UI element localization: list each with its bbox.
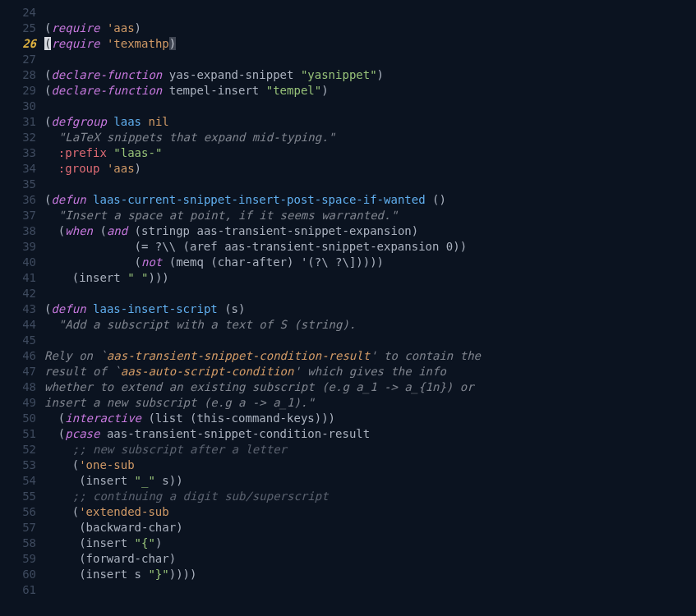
code-line[interactable]: 32 "LaTeX snippets that expand mid-typin…: [0, 130, 696, 145]
code-line[interactable]: 55 ;; continuing a digit sub/superscript: [0, 489, 696, 504]
line-number: 36: [0, 192, 44, 208]
code-line[interactable]: 43(defun laas-insert-script (s): [0, 301, 696, 317]
code-line[interactable]: 28(declare-function yas-expand-snippet "…: [0, 67, 696, 83]
code-line[interactable]: 53 ('one-sub: [0, 457, 696, 473]
code-line[interactable]: 50 (interactive (list (this-command-keys…: [0, 411, 696, 426]
code-line[interactable]: 51 (pcase aas-transient-snippet-conditio…: [0, 426, 696, 442]
code-content[interactable]: [44, 582, 696, 598]
code-content[interactable]: (insert " "))): [44, 270, 696, 286]
line-number: 32: [0, 130, 44, 145]
line-number: 51: [0, 426, 44, 442]
line-number: 43: [0, 301, 44, 317]
code-content[interactable]: (backward-char): [44, 520, 696, 536]
line-number: 42: [0, 286, 44, 301]
code-content[interactable]: result of `aas-auto-script-condition' wh…: [44, 364, 696, 379]
code-content[interactable]: (pcase aas-transient-snippet-condition-r…: [44, 426, 696, 442]
code-content[interactable]: ;; continuing a digit sub/superscript: [44, 489, 696, 504]
code-line[interactable]: 54 (insert "_" s)): [0, 473, 696, 489]
code-line[interactable]: 27: [0, 52, 696, 67]
line-number: 53: [0, 457, 44, 473]
code-line[interactable]: 24: [0, 5, 696, 21]
code-content[interactable]: Rely on `aas-transient-snippet-condition…: [44, 348, 696, 364]
code-content[interactable]: [44, 99, 696, 114]
code-content[interactable]: (require 'aas): [44, 21, 696, 36]
code-content[interactable]: "Insert a space at point, if it seems wa…: [44, 208, 696, 223]
line-number: 26: [0, 36, 44, 52]
code-line[interactable]: 59 (forward-char): [0, 551, 696, 567]
code-content[interactable]: ('extended-sub: [44, 504, 696, 520]
code-content[interactable]: (interactive (list (this-command-keys))): [44, 411, 696, 426]
code-content[interactable]: whether to extend an existing subscript …: [44, 379, 696, 395]
code-content[interactable]: [44, 52, 696, 67]
code-content[interactable]: ('one-sub: [44, 457, 696, 473]
code-content[interactable]: [44, 333, 696, 348]
code-line[interactable]: 30: [0, 99, 696, 114]
line-number: 41: [0, 270, 44, 286]
code-line[interactable]: 47result of `aas-auto-script-condition' …: [0, 364, 696, 379]
code-content[interactable]: :group 'aas): [44, 161, 696, 177]
line-number: 31: [0, 114, 44, 130]
line-number: 28: [0, 67, 44, 83]
code-content[interactable]: (insert s "}")))): [44, 567, 696, 582]
line-number: 48: [0, 379, 44, 395]
code-line[interactable]: 45: [0, 333, 696, 348]
code-line[interactable]: 41 (insert " "))): [0, 270, 696, 286]
code-line[interactable]: 49insert a new subscript (e.g a -> a_1).…: [0, 395, 696, 411]
code-line[interactable]: 35: [0, 177, 696, 192]
code-line[interactable]: 29(declare-function tempel-insert "tempe…: [0, 83, 696, 99]
code-line[interactable]: 56 ('extended-sub: [0, 504, 696, 520]
code-line[interactable]: 40 (not (memq (char-after) '(?\ ?\])))): [0, 255, 696, 270]
code-content[interactable]: "LaTeX snippets that expand mid-typing.": [44, 130, 696, 145]
code-content[interactable]: (insert "{"): [44, 536, 696, 551]
code-content[interactable]: "Add a subscript with a text of S (strin…: [44, 317, 696, 333]
code-content[interactable]: (declare-function tempel-insert "tempel"…: [44, 83, 696, 99]
code-content[interactable]: (not (memq (char-after) '(?\ ?\])))): [44, 255, 696, 270]
code-line[interactable]: 38 (when (and (stringp aas-transient-sni…: [0, 223, 696, 239]
code-line[interactable]: 34 :group 'aas): [0, 161, 696, 177]
code-content[interactable]: (insert "_" s)): [44, 473, 696, 489]
code-line[interactable]: 48whether to extend an existing subscrip…: [0, 379, 696, 395]
code-line[interactable]: 31(defgroup laas nil: [0, 114, 696, 130]
code-content[interactable]: (defun laas-insert-script (s): [44, 301, 696, 317]
code-content[interactable]: (defgroup laas nil: [44, 114, 696, 130]
code-line[interactable]: 33 :prefix "laas-": [0, 145, 696, 161]
line-number: 47: [0, 364, 44, 379]
line-number: 30: [0, 99, 44, 114]
code-content[interactable]: (require 'texmathp): [44, 36, 696, 52]
code-line[interactable]: 39 (= ?\\ (aref aas-transient-snippet-ex…: [0, 239, 696, 255]
code-content[interactable]: (when (and (stringp aas-transient-snippe…: [44, 223, 696, 239]
line-number: 29: [0, 83, 44, 99]
code-line[interactable]: 42: [0, 286, 696, 301]
code-content[interactable]: :prefix "laas-": [44, 145, 696, 161]
line-number: 59: [0, 551, 44, 567]
code-line[interactable]: 46Rely on `aas-transient-snippet-conditi…: [0, 348, 696, 364]
code-line[interactable]: 57 (backward-char): [0, 520, 696, 536]
code-line[interactable]: 37 "Insert a space at point, if it seems…: [0, 208, 696, 223]
code-content[interactable]: ;; new subscript after a letter: [44, 442, 696, 457]
code-line[interactable]: 60 (insert s "}")))): [0, 567, 696, 582]
line-number: 39: [0, 239, 44, 255]
code-content[interactable]: (defun laas-current-snippet-insert-post-…: [44, 192, 696, 208]
code-line[interactable]: 52 ;; new subscript after a letter: [0, 442, 696, 457]
code-line[interactable]: 58 (insert "{"): [0, 536, 696, 551]
code-editor[interactable]: 24 25(require 'aas)26(require 'texmathp)…: [0, 0, 696, 598]
code-content[interactable]: (declare-function yas-expand-snippet "ya…: [44, 67, 696, 83]
line-number: 33: [0, 145, 44, 161]
line-number: 46: [0, 348, 44, 364]
code-line[interactable]: 61: [0, 582, 696, 598]
code-line[interactable]: 26(require 'texmathp): [0, 36, 696, 52]
code-content[interactable]: [44, 177, 696, 192]
line-number: 35: [0, 177, 44, 192]
code-content[interactable]: [44, 286, 696, 301]
code-line[interactable]: 36(defun laas-current-snippet-insert-pos…: [0, 192, 696, 208]
line-number: 40: [0, 255, 44, 270]
code-line[interactable]: 44 "Add a subscript with a text of S (st…: [0, 317, 696, 333]
code-content[interactable]: insert a new subscript (e.g a -> a_1).": [44, 395, 696, 411]
code-content[interactable]: (= ?\\ (aref aas-transient-snippet-expan…: [44, 239, 696, 255]
line-number: 61: [0, 582, 44, 598]
line-number: 60: [0, 567, 44, 582]
code-content[interactable]: (forward-char): [44, 551, 696, 567]
line-number: 56: [0, 504, 44, 520]
code-content[interactable]: [44, 5, 696, 21]
code-line[interactable]: 25(require 'aas): [0, 21, 696, 36]
